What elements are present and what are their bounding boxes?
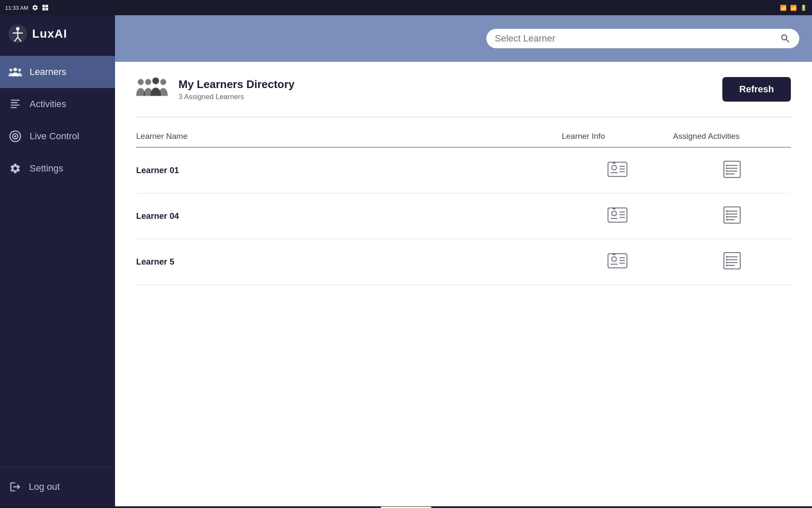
directory-area: My Learners Directory 3 Assigned Learner… (115, 62, 812, 506)
svg-rect-53 (726, 213, 727, 215)
logout-button[interactable]: Log out (8, 476, 107, 498)
learner-04-name: Learner 04 (136, 193, 562, 239)
top-header (115, 15, 812, 62)
svg-point-19 (14, 135, 16, 138)
svg-rect-36 (726, 165, 727, 166)
activities-list-icon (723, 252, 741, 270)
sidebar-item-livecontrol-label: Live Control (30, 131, 79, 142)
settings-nav-icon (8, 162, 22, 175)
directory-header: My Learners Directory 3 Assigned Learner… (136, 75, 791, 104)
svg-rect-63 (724, 253, 740, 269)
battery-icon: 🔋 (800, 5, 807, 11)
svg-rect-0 (42, 5, 45, 7)
svg-rect-47 (724, 207, 740, 224)
table-header: Learner Name Learner Info Assigned Activ… (136, 126, 791, 147)
learner-01-name: Learner 01 (136, 147, 562, 193)
sidebar-item-livecontrol[interactable]: Live Control (0, 120, 115, 152)
svg-point-22 (152, 77, 159, 84)
learner-table-body: Learner 01 (136, 147, 791, 285)
svg-rect-54 (726, 216, 727, 218)
sidebar-footer: Log out (0, 467, 115, 506)
svg-point-41 (612, 211, 616, 215)
directory-group-icon (136, 75, 170, 104)
id-card-icon (607, 160, 628, 178)
svg-rect-39 (726, 173, 727, 174)
svg-rect-37 (726, 168, 727, 169)
logout-icon (8, 480, 22, 494)
id-card-icon (607, 252, 628, 270)
svg-rect-31 (724, 161, 740, 178)
svg-point-25 (612, 165, 616, 170)
svg-point-12 (18, 69, 21, 72)
svg-rect-2 (42, 8, 45, 11)
learner-05-activities-button[interactable] (723, 252, 741, 270)
id-card-icon (607, 206, 628, 224)
directory-subtitle: 3 Assigned Learners (178, 93, 295, 101)
svg-rect-55 (726, 219, 727, 220)
learner-05-name: Learner 5 (136, 239, 562, 285)
svg-rect-70 (726, 262, 727, 263)
status-bar-right: 📶 📶 🔋 (780, 5, 807, 11)
app-icon (42, 4, 49, 11)
select-learner-input[interactable] (495, 33, 775, 44)
activities-list-icon (723, 206, 741, 224)
bluetooth-icon: 📶 (780, 5, 787, 11)
svg-rect-1 (46, 5, 48, 7)
search-icon (780, 33, 791, 44)
svg-point-11 (14, 68, 17, 71)
svg-rect-3 (46, 8, 48, 11)
learner-04-info-button[interactable] (607, 206, 628, 224)
table-row: Learner 04 (136, 193, 791, 239)
livecontrol-icon (8, 130, 22, 143)
sidebar-item-activities-label: Activities (30, 99, 66, 110)
refresh-button[interactable]: Refresh (722, 77, 791, 102)
learner-04-activities-button[interactable] (723, 206, 741, 224)
directory-title-area: My Learners Directory 3 Assigned Learner… (136, 75, 295, 104)
svg-point-23 (160, 79, 166, 85)
sidebar-logo: LuxAI (0, 15, 115, 52)
sidebar-item-learners-label: Learners (30, 66, 66, 77)
learner-01-activities-button[interactable] (723, 160, 741, 178)
svg-rect-68 (726, 256, 727, 257)
signal-icon: 📶 (790, 5, 797, 11)
col-header-info: Learner Info (562, 126, 673, 147)
luxai-logo-icon (8, 25, 27, 43)
sidebar-item-activities[interactable]: Activities (0, 88, 115, 120)
svg-rect-13 (11, 100, 20, 101)
svg-rect-71 (726, 265, 727, 266)
learner-01-info-button[interactable] (607, 160, 628, 178)
logout-label: Log out (29, 481, 60, 492)
svg-point-10 (9, 69, 12, 72)
svg-rect-16 (11, 107, 17, 108)
main-content: My Learners Directory 3 Assigned Learner… (115, 15, 812, 506)
status-bar: 11:33 AM 📶 📶 🔋 (0, 0, 812, 15)
col-header-name: Learner Name (136, 126, 562, 147)
svg-rect-38 (726, 171, 727, 172)
svg-rect-52 (726, 210, 727, 212)
directory-title: My Learners Directory (178, 78, 295, 91)
table-row: Learner 5 (136, 239, 791, 285)
bottom-bar (0, 506, 812, 508)
svg-rect-69 (726, 259, 727, 260)
sidebar-item-learners[interactable]: Learners (0, 56, 115, 88)
sidebar-item-settings[interactable]: Settings (0, 152, 115, 185)
svg-point-5 (16, 27, 19, 30)
sidebar-nav: Learners Activities (0, 56, 115, 467)
svg-rect-62 (613, 253, 615, 255)
svg-point-57 (612, 257, 616, 261)
app-container: LuxAI Learners (0, 15, 812, 506)
sidebar: LuxAI Learners (0, 15, 115, 506)
logo-text: LuxAI (32, 27, 67, 41)
sidebar-item-settings-label: Settings (30, 163, 63, 174)
time-display: 11:33 AM (5, 5, 28, 11)
section-divider (136, 117, 791, 117)
learner-05-info-cell (562, 239, 673, 285)
activities-icon (8, 97, 22, 111)
table-row: Learner 01 (136, 147, 791, 193)
status-bar-left: 11:33 AM (5, 4, 49, 11)
learner-05-info-button[interactable] (607, 252, 628, 270)
learner-05-activities-cell (673, 239, 791, 285)
learner-04-activities-cell (673, 193, 791, 239)
svg-rect-14 (11, 102, 18, 103)
search-button[interactable] (780, 33, 791, 44)
